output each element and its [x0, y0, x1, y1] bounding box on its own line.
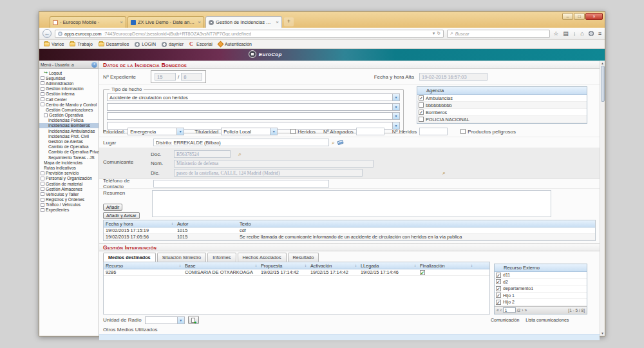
column-header[interactable]: Base↕: [183, 263, 259, 269]
resumen-textarea[interactable]: [152, 190, 551, 217]
tab-close-icon[interactable]: ×: [276, 19, 279, 25]
next-page-icon[interactable]: ›: [522, 308, 523, 313]
sidebar-item[interactable]: Tráfico / Vehículos: [39, 202, 99, 208]
scroll-up-icon[interactable]: ▲: [601, 61, 604, 66]
tree-expand-icon[interactable]: [41, 177, 44, 180]
titularidad-select[interactable]: Policía Local ▼: [221, 128, 278, 135]
lugar-clear-icon[interactable]: [337, 140, 343, 145]
sidebar-item[interactable]: Rutas indicativos: [39, 165, 99, 170]
tipo-hecho-select[interactable]: ▼: [107, 103, 400, 111]
recurso-externo-row[interactable]: ✓departamento1: [495, 285, 587, 293]
search-input[interactable]: [455, 32, 547, 36]
agencia-checkbox[interactable]: ✓: [419, 95, 424, 101]
sort-icon[interactable]: ↕: [305, 264, 307, 267]
bookmark-item[interactable]: Trabajo: [70, 42, 92, 46]
sidebar-item[interactable]: Gestión información: [39, 86, 99, 92]
bookmark-item[interactable]: Autenticación: [218, 42, 252, 46]
prioridad-select[interactable]: Emergencia ▼: [128, 128, 184, 135]
heridos-checkbox[interactable]: [290, 129, 296, 134]
tree-expand-icon[interactable]: [41, 102, 44, 106]
sidebar-item[interactable]: Previsión servicio: [39, 171, 99, 176]
table-row[interactable]: 9286COMISARIA DE OTXARKOAGA19/02/15 17:1…: [104, 269, 489, 276]
sort-icon[interactable]: ↕: [355, 264, 357, 267]
agencia-row[interactable]: bbbbbbbbbb: [417, 102, 587, 109]
browser-tab[interactable]: - Eurocop Mobile -×: [50, 16, 126, 28]
site-identity-icon[interactable]: [58, 32, 62, 36]
maximize-button[interactable]: □: [574, 13, 585, 20]
tipo-hecho-select[interactable]: ▼: [107, 112, 400, 120]
sidebar-item[interactable]: Incidencias Prot. Civil: [39, 133, 99, 139]
tree-expand-icon[interactable]: [41, 87, 44, 91]
close-button[interactable]: ×: [585, 13, 603, 20]
tree-expand-icon[interactable]: [41, 97, 44, 101]
table-row[interactable]: 19/02/2015 17:05:561015Se recibe llamada…: [104, 234, 595, 240]
add-button[interactable]: Añadir: [103, 204, 122, 211]
bookmark-item[interactable]: CEscorial: [189, 42, 213, 47]
titlebar[interactable]: - Eurocop Mobile -×ZX Live Demo - Date a…: [39, 12, 605, 28]
column-header[interactable]: LLegada↕: [359, 263, 418, 269]
bookmarks-icon[interactable]: ▤: [563, 31, 569, 37]
browser-tab[interactable]: ZX Live Demo - Date and T...×: [128, 16, 204, 28]
agencia-checkbox[interactable]: ✓: [419, 110, 424, 115]
home-icon[interactable]: ⌂: [580, 31, 583, 37]
sidebar-item[interactable]: Registros y Órdenes: [39, 197, 99, 202]
menu-icon[interactable]: ≡: [598, 31, 601, 37]
column-header[interactable]: Finalización↕: [418, 263, 475, 269]
expediente-number-field[interactable]: 15: [155, 73, 176, 81]
sidebar-item[interactable]: ↪Logout: [39, 70, 99, 75]
tab-close-icon[interactable]: ×: [120, 19, 123, 25]
column-header[interactable]: Autor: [175, 221, 238, 227]
sort-icon[interactable]: ↕: [171, 222, 173, 226]
sidebar-item[interactable]: Seguridad: [39, 75, 99, 81]
column-header[interactable]: Propuesta↕: [259, 263, 308, 269]
productos-checkbox[interactable]: [460, 129, 466, 134]
sidebar-item[interactable]: Expedientes: [39, 208, 99, 213]
column-header[interactable]: Texto: [238, 221, 595, 227]
tab-medios-destinados[interactable]: Medios destinados: [103, 253, 156, 262]
tipo-hecho-select[interactable]: Accidente de circulación con heridos▼: [107, 93, 400, 101]
tab-hechos-asociados[interactable]: Hechos Asociados: [238, 253, 287, 262]
atrapados-field[interactable]: [356, 128, 384, 135]
sort-icon[interactable]: ↕: [471, 264, 473, 267]
recurso-checkbox[interactable]: ✓: [496, 279, 501, 284]
downloads-icon[interactable]: ↓: [573, 31, 576, 37]
sort-icon[interactable]: ↕: [414, 264, 416, 267]
add-notify-button[interactable]: Añadir y Avisar: [103, 212, 140, 219]
bookmark-item[interactable]: Desarrollos: [99, 42, 129, 46]
add-radio-button[interactable]: [188, 316, 199, 324]
sidebar-collapse-icon[interactable]: ‹: [91, 62, 97, 68]
search-bar[interactable]: ⌕: [447, 30, 550, 38]
vertical-scrollbar[interactable]: ▲ ▼: [600, 61, 605, 336]
scroll-down-icon[interactable]: ▼: [601, 331, 604, 336]
sidebar-item[interactable]: Gestión interna: [39, 92, 99, 97]
tree-expand-icon[interactable]: [41, 182, 44, 186]
sidebar-item[interactable]: Mapa de incidencias: [39, 160, 99, 165]
tree-expand-icon[interactable]: [41, 171, 44, 175]
recurso-externo-row[interactable]: ✓Hijo 1: [495, 293, 587, 300]
tree-expand-icon[interactable]: [41, 187, 44, 191]
sync-icon[interactable]: [589, 31, 594, 36]
url-bar[interactable]: apps.eurocop.com :7443/eurocopDemo/;jses…: [55, 30, 444, 38]
sort-icon[interactable]: ↕: [179, 264, 181, 267]
sidebar-item[interactable]: Gestión de material: [39, 181, 99, 186]
sidebar-item[interactable]: Gestión de Alertas: [39, 139, 99, 144]
agencia-checkbox[interactable]: [419, 102, 424, 108]
expediente-year-field[interactable]: 8: [181, 73, 202, 81]
tree-expand-icon[interactable]: [41, 198, 44, 202]
tree-expand-icon[interactable]: [41, 203, 44, 207]
doc-search-icon[interactable]: ⌕: [238, 151, 242, 157]
dic-search-icon[interactable]: ⌕: [442, 170, 446, 176]
browser-tab[interactable]: Gestión de Incidencias Ges...×: [205, 16, 282, 28]
tree-expand-icon[interactable]: [41, 76, 44, 80]
sidebar-item[interactable]: Administración: [39, 81, 99, 86]
first-page-icon[interactable]: «: [497, 308, 499, 313]
tree-expand-icon[interactable]: [41, 192, 44, 196]
lugar-search-icon[interactable]: ⌕: [332, 140, 335, 146]
agencia-row[interactable]: ✓Bomberos: [417, 109, 587, 116]
sidebar-item[interactable]: Centro de Mando y Control: [39, 102, 99, 107]
telefono-field[interactable]: [153, 180, 329, 188]
agencia-checkbox[interactable]: [419, 117, 424, 122]
tab-informes[interactable]: Informes: [207, 253, 236, 262]
sidebar-item[interactable]: Vehículos y Taller: [39, 191, 99, 197]
num-heridos-field[interactable]: [419, 128, 448, 135]
